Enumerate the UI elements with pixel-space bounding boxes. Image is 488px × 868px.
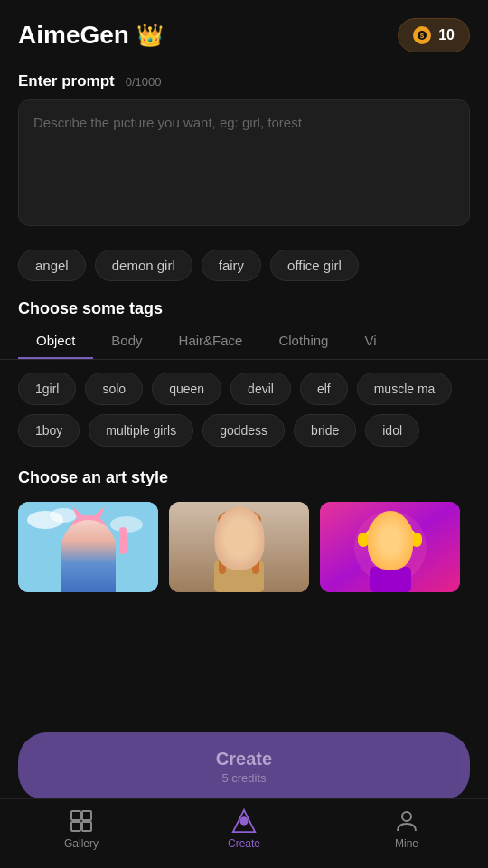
svg-rect-32 <box>358 533 369 547</box>
svg-rect-42 <box>82 811 91 820</box>
tag-multiple-girls[interactable]: multiple girls <box>89 414 193 447</box>
category-tabs: Object Body Hair&Face Clothing Vi <box>0 324 488 360</box>
art-style-title: Choose an art style <box>0 459 488 493</box>
credits-amount: 10 <box>438 27 455 43</box>
coin-icon: $ <box>413 26 431 44</box>
svg-rect-22 <box>230 549 248 562</box>
svg-point-12 <box>101 533 108 543</box>
svg-point-23 <box>220 516 259 563</box>
svg-rect-33 <box>411 533 422 547</box>
svg-rect-6 <box>74 552 102 592</box>
svg-rect-24 <box>219 524 226 574</box>
header: AimeGen 👑 $ 10 <box>0 0 488 61</box>
nav-gallery[interactable]: Gallery <box>45 808 117 850</box>
tag-devil[interactable]: devil <box>230 373 291 405</box>
nav-create[interactable]: Create <box>208 808 280 850</box>
suggestion-tag-angel[interactable]: angel <box>18 250 86 281</box>
prompt-header: Enter prompt 0/1000 <box>18 72 470 90</box>
svg-point-37 <box>394 542 405 552</box>
svg-rect-43 <box>71 822 80 831</box>
svg-point-46 <box>239 816 248 825</box>
svg-point-8 <box>70 515 107 542</box>
svg-point-35 <box>369 516 412 545</box>
tag-queen[interactable]: queen <box>152 373 221 405</box>
tag-solo[interactable]: solo <box>85 373 143 405</box>
mine-label: Mine <box>395 837 418 850</box>
bottom-nav: Gallery Create Mine <box>0 798 488 868</box>
gallery-icon <box>69 808 94 834</box>
prompt-section: Enter prompt 0/1000 <box>0 61 488 241</box>
tag-1girl[interactable]: 1girl <box>18 373 76 405</box>
suggestion-tag-fairy[interactable]: fairy <box>202 250 261 281</box>
tag-bride[interactable]: bride <box>294 414 356 447</box>
svg-point-18 <box>94 539 98 544</box>
app-name: AimeGen <box>18 21 129 50</box>
svg-point-28 <box>243 536 252 543</box>
tags-section-title: Choose some tags <box>0 290 488 324</box>
svg-point-27 <box>227 536 236 543</box>
credits-badge[interactable]: $ 10 <box>398 18 470 52</box>
svg-point-5 <box>110 516 143 533</box>
bottom-spacer <box>0 601 488 728</box>
tab-hair-face[interactable]: Hair&Face <box>161 324 261 360</box>
svg-rect-25 <box>252 524 259 574</box>
svg-rect-41 <box>71 811 80 820</box>
logo: AimeGen 👑 <box>18 21 164 50</box>
svg-point-39 <box>397 544 402 550</box>
svg-point-17 <box>80 539 83 544</box>
suggestion-tags-row: angel demon girl fairy office girl <box>0 241 488 290</box>
nav-mine[interactable]: Mine <box>371 808 443 850</box>
svg-point-15 <box>77 536 86 547</box>
svg-point-4 <box>50 508 77 523</box>
svg-rect-40 <box>370 567 411 592</box>
art-style-realistic[interactable] <box>169 502 309 592</box>
create-label: Create <box>216 749 272 769</box>
svg-point-7 <box>72 524 105 561</box>
svg-text:$: $ <box>420 32 425 40</box>
prompt-counter: 0/1000 <box>126 75 162 89</box>
tag-muscle-ma[interactable]: muscle ma <box>357 373 453 405</box>
create-nav-label: Create <box>228 837 260 850</box>
object-tags-grid: 1girl solo queen devil elf muscle ma 1bo… <box>0 360 488 459</box>
art-style-anime[interactable] <box>18 502 158 592</box>
svg-point-36 <box>376 542 387 552</box>
tag-1boy[interactable]: 1boy <box>18 414 80 447</box>
svg-point-38 <box>379 544 384 550</box>
tag-elf[interactable]: elf <box>300 373 348 405</box>
gallery-label: Gallery <box>64 837 99 850</box>
art-style-vibrant[interactable] <box>320 502 460 592</box>
svg-point-47 <box>402 812 411 821</box>
svg-rect-10 <box>119 527 127 554</box>
art-style-row <box>0 493 488 601</box>
crown-icon: 👑 <box>136 23 164 48</box>
svg-point-11 <box>69 533 76 543</box>
tab-body[interactable]: Body <box>93 324 160 360</box>
svg-rect-9 <box>70 527 78 554</box>
create-credits: 5 credits <box>221 771 266 785</box>
mine-icon <box>394 808 419 834</box>
tag-goddess[interactable]: goddess <box>202 414 285 447</box>
prompt-input[interactable] <box>18 99 470 226</box>
suggestion-tag-office-girl[interactable]: office girl <box>270 250 359 281</box>
tab-clothing[interactable]: Clothing <box>260 324 346 360</box>
suggestion-tag-demon-girl[interactable]: demon girl <box>95 250 192 281</box>
prompt-label: Enter prompt <box>18 72 115 90</box>
create-nav-icon <box>231 808 257 834</box>
create-button[interactable]: Create 5 credits <box>18 732 470 801</box>
svg-point-26 <box>218 509 261 531</box>
tag-idol[interactable]: idol <box>365 414 419 447</box>
tab-object[interactable]: Object <box>18 324 93 360</box>
svg-point-34 <box>371 525 410 569</box>
svg-rect-44 <box>82 822 91 831</box>
tab-vi[interactable]: Vi <box>346 324 394 360</box>
svg-point-16 <box>91 536 100 547</box>
